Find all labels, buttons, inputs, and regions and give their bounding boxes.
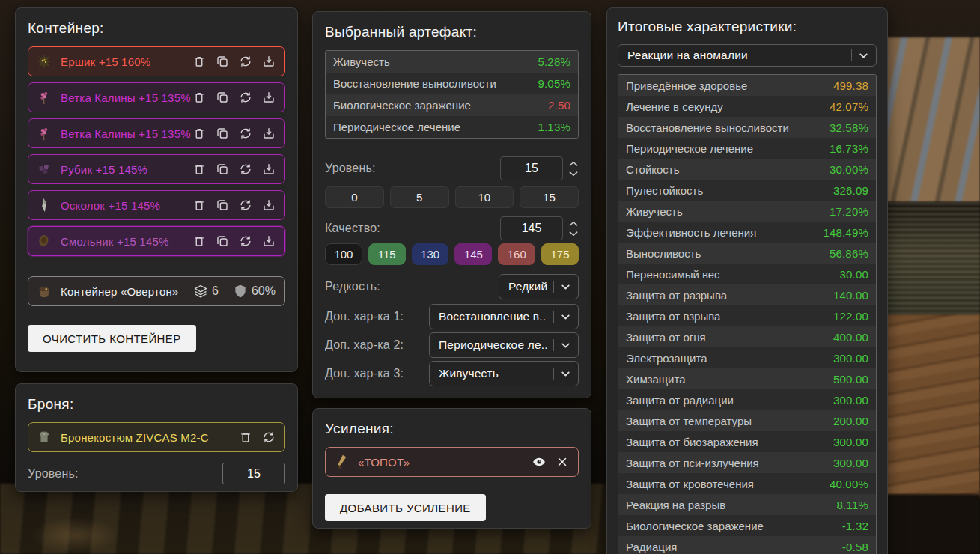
stat-value: 56.86% — [830, 247, 868, 260]
stat-value: 148.49% — [823, 226, 868, 239]
armor-level-input[interactable] — [222, 463, 285, 484]
extra-stat-1-select[interactable]: Восстановление в... — [429, 304, 579, 329]
refresh-icon[interactable] — [239, 91, 252, 104]
close-icon[interactable] — [556, 455, 569, 469]
dropdown-divider — [553, 368, 554, 380]
trash-icon[interactable] — [192, 198, 206, 212]
stat-label: Защита от температуры — [626, 415, 752, 427]
rarity-label: Редкость: — [325, 280, 380, 293]
container-artifact-row[interactable]: Ветка Калины +15 135% — [28, 82, 285, 112]
extra-stat-2-select[interactable]: Периодическое ле... — [429, 332, 579, 358]
copy-icon[interactable] — [216, 55, 229, 68]
summary-filter-value: Реакции на аномалии — [627, 49, 845, 62]
item-name: Смольник +15 145% — [61, 235, 192, 248]
container-artifact-row[interactable]: Осколок +15 145% — [28, 190, 285, 220]
stat-value: 300.00 — [833, 394, 868, 407]
armor-item-row[interactable]: Бронекостюм ZIVCAS M2-C — [28, 422, 285, 452]
quality-stepper-down-icon[interactable] — [568, 231, 579, 237]
copy-icon[interactable] — [216, 198, 229, 212]
trash-icon[interactable] — [192, 55, 206, 68]
container-artifact-row[interactable]: Ветка Калины +15 135% — [28, 118, 285, 148]
background-shadow — [886, 494, 980, 554]
refresh-icon[interactable] — [239, 234, 252, 248]
trash-icon[interactable] — [239, 430, 252, 444]
quality-preset-145-button[interactable]: 145 — [454, 243, 492, 265]
rarity-select[interactable]: Редкий — [499, 274, 579, 299]
background-light-spot — [30, 517, 120, 554]
level-preset-10-button[interactable]: 10 — [455, 186, 514, 208]
download-icon[interactable] — [262, 162, 276, 176]
clear-container-button[interactable]: ОЧИСТИТЬ КОНТЕЙНЕР — [28, 325, 196, 352]
level-stepper-down-icon[interactable] — [568, 171, 579, 177]
artifact-smolnik-icon — [36, 233, 52, 249]
stat-value: 122.00 — [833, 310, 868, 323]
trash-icon[interactable] — [192, 162, 206, 176]
stat-label: Защита от взрыва — [626, 310, 720, 323]
chevron-down-icon — [559, 368, 572, 380]
container-artifact-row[interactable]: Смольник +15 145% — [28, 226, 285, 256]
stat-label: Периодическое лечение — [333, 121, 460, 133]
refresh-icon[interactable] — [239, 162, 252, 176]
quality-preset-160-button[interactable]: 160 — [498, 243, 535, 265]
level-preset-5-button[interactable]: 5 — [390, 186, 449, 208]
trash-icon[interactable] — [192, 91, 206, 104]
stat-value: 30.00 — [839, 268, 868, 281]
summary-panel: Итоговые характеристики: Реакции на аном… — [606, 7, 888, 554]
copy-icon[interactable] — [216, 91, 229, 104]
artifact-stat-row: Живучесть5.28% — [326, 51, 578, 73]
quality-preset-130-button[interactable]: 130 — [412, 243, 449, 265]
boost-item-row[interactable]: «ТОПОТ» — [325, 447, 579, 477]
copy-icon[interactable] — [216, 162, 229, 176]
stat-value: 42.07% — [830, 100, 868, 113]
artifact-stat-row: Биологическое заражение2.50 — [326, 94, 578, 116]
stat-label: Защита от биозаражения — [626, 436, 758, 448]
summary-stat-row: Защита от взрыва122.00 — [618, 305, 876, 326]
quality-input[interactable] — [500, 216, 563, 240]
trash-icon[interactable] — [192, 234, 206, 248]
extra-stat-1-label: Доп. хар-ка 1: — [325, 310, 404, 323]
refresh-icon[interactable] — [239, 55, 252, 68]
refresh-icon[interactable] — [239, 127, 252, 140]
summary-stat-row: Защита от пси-излучения300.00 — [618, 452, 876, 473]
summary-panel-title: Итоговые характеристики: — [618, 19, 877, 35]
artifact-stat-row: Восстановление выносливости9.05% — [326, 73, 578, 94]
level-preset-15-button[interactable]: 15 — [520, 186, 579, 208]
stat-value: 300.00 — [833, 436, 868, 448]
container-item[interactable]: Контейнер «Овертон» 6 60% — [28, 276, 285, 306]
refresh-icon[interactable] — [262, 430, 276, 444]
eye-icon[interactable] — [532, 455, 546, 469]
quality-stepper-up-icon[interactable] — [568, 220, 579, 227]
container-artifact-row[interactable]: Рубик +15 145% — [28, 154, 285, 184]
level-input[interactable] — [500, 156, 563, 180]
add-boost-button[interactable]: ДОБАВИТЬ УСИЛЕНИЕ — [325, 494, 486, 521]
quality-preset-100-button[interactable]: 100 — [325, 243, 362, 265]
summary-filter-select[interactable]: Реакции на аномалии — [618, 44, 877, 67]
copy-icon[interactable] — [216, 127, 229, 140]
quality-preset-115-button[interactable]: 115 — [368, 243, 406, 265]
refresh-icon[interactable] — [239, 198, 252, 212]
boost-topot-icon — [333, 454, 350, 470]
extra-stat-3-value: Живучесть — [439, 367, 547, 380]
download-icon[interactable] — [262, 234, 276, 248]
trash-icon[interactable] — [192, 127, 206, 140]
artifact-oskolok-icon — [36, 197, 52, 213]
stat-value: 400.00 — [833, 331, 868, 344]
level-stepper-up-icon[interactable] — [568, 160, 579, 167]
stat-value: 326.09 — [833, 184, 868, 197]
quality-preset-175-button[interactable]: 175 — [541, 243, 579, 265]
download-icon[interactable] — [262, 55, 276, 68]
extra-stat-3-select[interactable]: Живучесть — [429, 361, 579, 386]
stat-value: 9.05% — [538, 77, 570, 90]
extra-stat-2-value: Периодическое ле... — [439, 338, 547, 352]
download-icon[interactable] — [262, 91, 276, 104]
background-wood-planks — [886, 37, 980, 202]
copy-icon[interactable] — [216, 234, 229, 248]
stat-value: 500.00 — [833, 373, 868, 386]
summary-stat-row: Защита от биозаражения300.00 — [618, 431, 876, 452]
download-icon[interactable] — [262, 127, 276, 140]
summary-stat-row: Эффективность лечения148.49% — [618, 222, 876, 243]
level-preset-0-button[interactable]: 0 — [325, 186, 384, 208]
stat-label: Химзащита — [626, 373, 686, 386]
container-artifact-row[interactable]: Ершик +15 160% — [28, 46, 285, 76]
download-icon[interactable] — [262, 198, 276, 212]
